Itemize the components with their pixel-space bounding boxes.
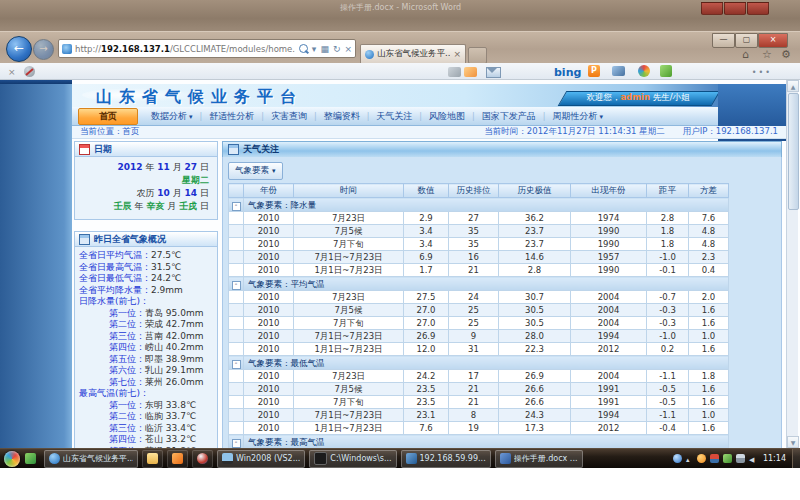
minimize-button[interactable]: — <box>712 33 735 48</box>
hidden-icons-tray-icon[interactable] <box>686 454 693 463</box>
search-icon[interactable] <box>299 44 308 53</box>
close-button[interactable]: × <box>758 33 788 48</box>
forward-button[interactable]: → <box>33 39 54 60</box>
tools-gear-icon[interactable]: ⚙ <box>781 48 791 61</box>
plugin-icon[interactable] <box>660 65 672 77</box>
bg-maximize-button[interactable] <box>724 2 746 15</box>
system-tray: 11:14 <box>673 449 800 469</box>
page-icon <box>62 44 72 54</box>
close-toolbar-icon[interactable]: × <box>8 67 16 77</box>
table-row[interactable]: 20101月1日~7月23日1.7212.81990-0.10.4 <box>229 264 729 277</box>
taskbar-button-word[interactable]: 操作手册.docx ... <box>495 450 583 468</box>
speaker-tray-icon[interactable] <box>749 454 757 463</box>
taskbar-button-orange[interactable] <box>167 450 188 468</box>
table-row[interactable]: 20107月下旬3.43523.719901.84.8 <box>229 238 729 251</box>
rank-line: 第四位：崂山 40.2mm <box>79 342 215 354</box>
qq-tray-icon[interactable] <box>697 454 706 463</box>
collapse-toggle-icon[interactable]: - <box>232 439 241 448</box>
menu-item[interactable]: 周期性分析▾ <box>545 110 610 123</box>
table-row[interactable]: 20107月1日~7月23日6.91614.61957-1.02.3 <box>229 251 729 264</box>
element-filter-button[interactable]: 气象要素▾ <box>228 162 283 180</box>
taskbar-button-cmd[interactable]: C:\Windows\s... <box>309 450 396 468</box>
table-row[interactable]: 20107月下旬23.52126.61991-0.51.6 <box>229 396 729 409</box>
page-title: 山东省气候业务平台 <box>96 87 303 108</box>
chevron-down-icon: ▾ <box>272 167 276 175</box>
menu-item[interactable]: 风险地图 <box>422 110 472 123</box>
collapse-toggle-icon[interactable]: - <box>232 202 241 211</box>
taskbar-mini-icon[interactable] <box>25 453 36 464</box>
menu-item[interactable]: 天气关注 <box>369 110 419 123</box>
show-desktop-button[interactable] <box>792 449 800 469</box>
bg-close-button[interactable] <box>747 2 769 15</box>
window-controls: — ▢ × <box>712 33 788 48</box>
menu-item[interactable]: 国家下发产品 <box>475 110 543 123</box>
table-row[interactable]: 20107月23日24.21726.92004-1.11.8 <box>229 370 729 383</box>
bg-minimize-button[interactable] <box>701 2 723 15</box>
table-row[interactable]: 20107月1日~7月23日23.1824.31994-1.11.0 <box>229 409 729 422</box>
main-panel: 天气关注 气象要素▾ 年份时间数值历史排位历史极值出现年份距平方差 -气象要素：… <box>222 141 782 448</box>
maximize-button[interactable]: ▢ <box>735 33 758 48</box>
paw-icon[interactable] <box>638 65 650 77</box>
tab-close-icon[interactable]: × <box>453 49 461 59</box>
home-icon[interactable]: ⌂ <box>742 48 749 61</box>
mail-icon[interactable] <box>486 67 501 80</box>
taskbar-button-monitor[interactable]: Win2008 (VS2... <box>217 450 305 468</box>
stat-line: 全省日最高气温：31.5℃ <box>79 262 215 274</box>
address-bar[interactable]: http://192.168.137.1/GLCCLIMATE/modules/… <box>58 39 356 58</box>
menu-item[interactable]: 整编资料 <box>317 110 367 123</box>
table-row[interactable]: 20107月23日2.92736.219742.87.6 <box>229 212 729 225</box>
blue-orb-tray-icon[interactable] <box>673 454 682 463</box>
cards-icon[interactable] <box>448 67 480 79</box>
table-row[interactable]: 20107月23日27.52430.72004-0.72.0 <box>229 291 729 304</box>
table-row[interactable]: 20107月5候23.52126.61991-0.51.6 <box>229 383 729 396</box>
taskbar-clock: 11:14 <box>763 454 786 463</box>
blocked-content-icon[interactable] <box>24 66 35 77</box>
url-text[interactable]: http://192.168.137.1/GLCCLIMATE/modules/… <box>75 44 295 54</box>
menu-item[interactable]: 首页 <box>78 108 138 125</box>
scroll-up-icon[interactable]: ▲ <box>787 80 799 92</box>
bing-logo[interactable]: bing <box>554 66 581 79</box>
menu-item[interactable]: 数据分析▾ <box>144 110 200 123</box>
table-group-row: -气象要素：最高气温 <box>229 435 729 449</box>
stop-icon[interactable]: × <box>344 44 352 54</box>
taskbar-button-folder[interactable] <box>142 450 163 468</box>
scrollbar-thumb[interactable] <box>788 93 799 210</box>
table-group-row: -气象要素：降水量 <box>229 198 729 212</box>
table-row[interactable]: 20107月5候27.02530.52004-0.31.6 <box>229 304 729 317</box>
vertical-scrollbar[interactable]: ▲ ▼ <box>786 80 798 448</box>
taskbar-button-rdp[interactable]: 192.168.59.99... <box>401 450 491 468</box>
browser-tab[interactable]: 山东省气候业务平... × <box>360 44 466 63</box>
search-dropdown-icon[interactable]: ▾ <box>312 44 317 54</box>
collapse-toggle-icon[interactable]: - <box>232 281 241 290</box>
green-tray-icon[interactable] <box>723 454 732 463</box>
start-button[interactable] <box>4 451 20 467</box>
favorites-star-icon[interactable]: ☆ <box>762 48 772 61</box>
new-tab-button[interactable] <box>468 47 487 64</box>
table-row[interactable]: 20101月1日~7月23日12.03122.320120.21.6 <box>229 343 729 356</box>
table-row[interactable]: 20107月下旬27.02530.52004-0.31.6 <box>229 317 729 330</box>
menu-item[interactable]: 舒适性分析 <box>202 110 261 123</box>
more-options-icon[interactable]: ••• <box>752 68 772 77</box>
rank-line: 第四位：苍山 33.2℃ <box>79 434 215 446</box>
network-tray-icon[interactable] <box>736 454 745 463</box>
section-label: 日降水量(前七)： <box>79 296 215 308</box>
table-row[interactable]: 20101月1日~7月23日7.61917.32012-0.41.6 <box>229 422 729 435</box>
table-group-row: -气象要素：平均气温 <box>229 277 729 291</box>
screenshot-icon[interactable] <box>612 66 625 76</box>
taskbar-button-ie[interactable]: 山东省气候业务平... <box>44 450 138 468</box>
rank-line: 第五位：即墨 38.9mm <box>79 354 215 366</box>
scroll-down-icon[interactable]: ▼ <box>787 436 799 448</box>
collapse-toggle-icon[interactable]: - <box>232 360 241 369</box>
panel-icon <box>228 144 239 155</box>
flag-tray-icon[interactable] <box>710 454 719 463</box>
back-button[interactable]: ← <box>6 36 32 62</box>
menu-item[interactable]: 灾害查询 <box>264 110 314 123</box>
main-panel-body: 气象要素▾ 年份时间数值历史排位历史极值出现年份距平方差 -气象要素：降水量20… <box>222 157 782 448</box>
rank-line: 第一位：青岛 95.0mm <box>79 308 215 320</box>
table-row[interactable]: 20107月1日~7月23日26.9928.01994-1.01.0 <box>229 330 729 343</box>
taskbar-button-media[interactable] <box>192 450 213 468</box>
pinyin-icon[interactable]: P <box>588 65 600 77</box>
refresh-icon[interactable]: ↻ <box>333 44 341 54</box>
compatibility-icon[interactable]: ▦ <box>320 44 329 54</box>
table-row[interactable]: 20107月5候3.43523.719901.84.8 <box>229 225 729 238</box>
